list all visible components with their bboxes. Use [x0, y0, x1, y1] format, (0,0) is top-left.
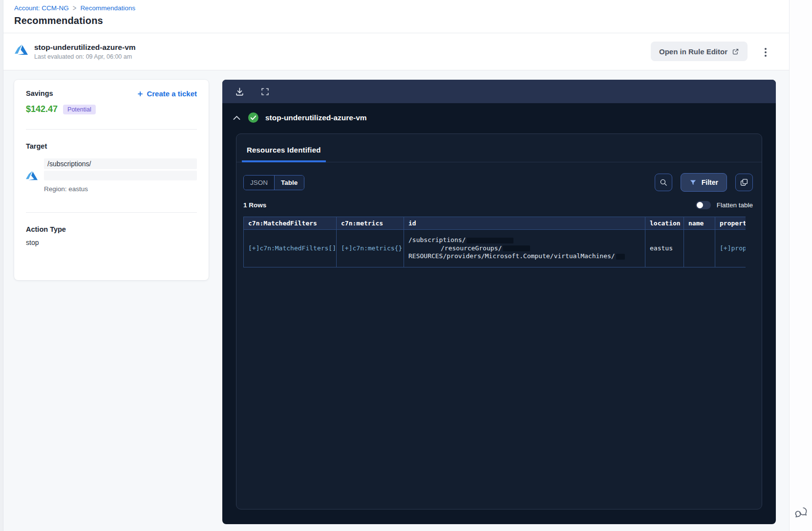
output-toolbar	[222, 80, 776, 103]
create-ticket-label: Create a ticket	[147, 89, 197, 98]
action-type-value: stop	[26, 239, 197, 246]
expand-properties[interactable]: [+]properties{}	[720, 244, 746, 252]
target-label: Target	[26, 142, 197, 150]
open-in-rule-editor-button[interactable]: Open in Rule Editor	[651, 42, 748, 61]
view-mode-toggle: JSON Table	[243, 175, 304, 190]
panel-rule-name: stop-underutilized-azure-vm	[265, 113, 367, 122]
column-header-matched-filters: c7n:MatchedFilters	[244, 217, 337, 230]
rule-header: stop-underutilized-azure-vm Last evaluat…	[3, 33, 789, 70]
cell-name	[684, 230, 715, 267]
divider	[26, 129, 197, 130]
external-link-icon	[732, 48, 739, 55]
rule-output-panel: stop-underutilized-azure-vm Resources Id…	[222, 80, 776, 524]
column-header-id: id	[404, 217, 645, 230]
copy-button[interactable]	[735, 174, 753, 191]
success-check-icon	[248, 112, 258, 123]
target-path-redacted	[44, 171, 197, 180]
breadcrumb: Account: CCM-NG > Recommendations	[14, 4, 789, 12]
breadcrumb-recommendations-link[interactable]: Recommendations	[80, 4, 135, 12]
search-button[interactable]	[655, 174, 672, 191]
divider	[26, 212, 197, 213]
redacted-subscription-id	[467, 238, 513, 243]
resources-card: Resources Identified JSON Table Filter	[236, 133, 762, 509]
chevron-up-icon	[233, 115, 240, 120]
filter-icon	[689, 179, 697, 186]
view-table-segment[interactable]: Table	[274, 176, 304, 190]
target-region: Region: eastus	[44, 185, 197, 193]
rule-last-evaluated: Last evaluated on: 09 Apr, 06:00 am	[34, 53, 136, 60]
target-path: /subscriptions/	[44, 158, 197, 169]
chat-widget-button[interactable]	[793, 505, 809, 520]
breadcrumb-account-link[interactable]: Account: CCM-NG	[14, 4, 69, 12]
flatten-table-label: Flatten table	[717, 201, 753, 209]
azure-icon	[15, 43, 28, 56]
create-ticket-button[interactable]: Create a ticket	[137, 89, 197, 98]
column-header-metrics: c7n:metrics	[337, 217, 404, 230]
savings-potential-badge: Potential	[63, 105, 96, 114]
redacted-resource-group	[503, 245, 530, 251]
redacted-vm-name	[616, 254, 625, 260]
open-in-rule-editor-label: Open in Rule Editor	[659, 47, 727, 56]
recommendation-summary-card: Savings Create a ticket $142.47 Potentia…	[14, 80, 209, 280]
expand-matched-filters[interactable]: [+]c7n:MatchedFilters[]	[248, 244, 336, 252]
savings-label: Savings	[26, 89, 53, 97]
resources-tabs: Resources Identified	[236, 134, 762, 162]
search-icon	[659, 178, 668, 187]
filter-button[interactable]: Filter	[681, 173, 727, 192]
filter-label: Filter	[702, 178, 718, 186]
expand-metrics[interactable]: [+]c7n:metrics{}	[341, 244, 402, 252]
tab-resources-identified[interactable]: Resources Identified	[242, 146, 326, 162]
azure-icon	[26, 170, 38, 181]
rows-count: 1 Rows	[243, 201, 266, 209]
page-header: Account: CCM-NG > Recommendations Recomm…	[3, 0, 789, 33]
fullscreen-icon	[261, 88, 269, 96]
cell-location: eastus	[645, 230, 684, 267]
rule-name: stop-underutilized-azure-vm	[34, 43, 136, 52]
column-header-location: location	[645, 217, 684, 230]
copy-icon	[740, 178, 748, 187]
table-row: [+]c7n:MatchedFilters[] [+]c7n:metrics{}…	[244, 230, 746, 267]
chat-bubbles-icon	[793, 505, 809, 520]
resources-table-container: c7n:MatchedFilters c7n:metrics id locati…	[243, 217, 746, 267]
cell-id: /subscriptions/ /resourceGroups/ RESOURC…	[404, 230, 645, 267]
left-gutter	[0, 0, 3, 531]
collapse-section-button[interactable]	[232, 114, 241, 121]
savings-amount: $142.47	[26, 104, 58, 114]
right-gutter	[789, 0, 812, 531]
fullscreen-button[interactable]	[261, 88, 269, 96]
view-json-segment[interactable]: JSON	[244, 176, 274, 190]
table-header-row: c7n:MatchedFilters c7n:metrics id locati…	[244, 217, 746, 230]
more-options-button[interactable]	[763, 46, 769, 59]
breadcrumb-separator-icon: >	[73, 4, 77, 13]
flatten-table-toggle[interactable]	[696, 201, 711, 209]
action-type-label: Action Type	[26, 225, 197, 233]
plus-icon	[137, 90, 144, 97]
resources-table: c7n:MatchedFilters c7n:metrics id locati…	[243, 217, 746, 267]
column-header-properties: properties	[715, 217, 746, 230]
page-title: Recommendations	[14, 15, 789, 26]
column-header-name: name	[684, 217, 715, 230]
download-icon	[235, 87, 244, 96]
download-button[interactable]	[235, 87, 244, 96]
